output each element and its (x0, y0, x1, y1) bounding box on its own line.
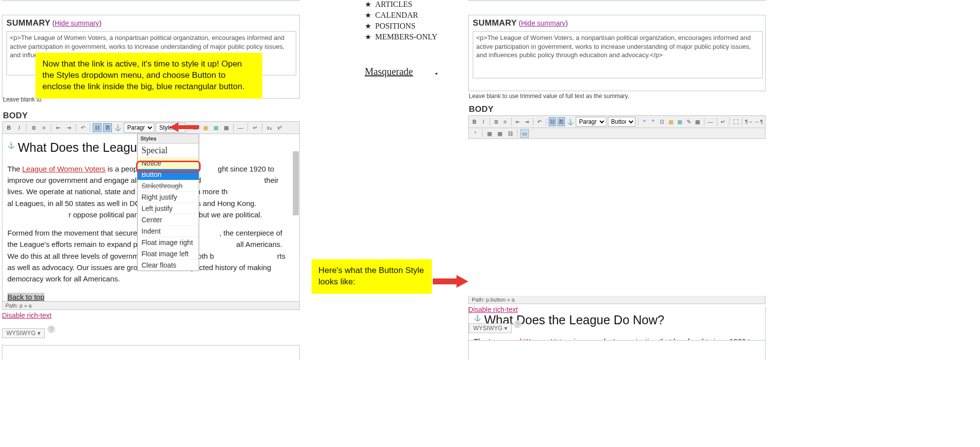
media-icon[interactable]: ▦ (211, 123, 220, 132)
summary-text-right: <p>The League of Women Voters, a nonpart… (476, 34, 751, 59)
star-icon: ★ (365, 0, 371, 9)
outdent-icon[interactable]: ⇤ (54, 123, 63, 132)
style-item-button[interactable]: Button (138, 169, 199, 180)
unlink-icon[interactable]: ⛓̸ (558, 117, 565, 126)
arrow-pointer-1 (170, 121, 199, 133)
summary-panel-right: SUMMARY (Hide summary) <p>The League of … (468, 15, 766, 91)
hide-summary-link-right[interactable]: Hide summary (521, 19, 565, 27)
undo-icon[interactable]: ↶ (78, 123, 87, 132)
callout-1: Now that the link is active, it's time t… (35, 53, 262, 99)
disable-richtext-right[interactable]: Disable rich-text (468, 306, 518, 313)
content-link[interactable]: League of Women Voters (22, 165, 105, 173)
summary-textarea-right[interactable]: <p>The League of Women Voters, a nonpart… (473, 31, 763, 78)
indent-icon[interactable]: ⇥ (64, 123, 73, 132)
grid-icon[interactable]: ▦ (485, 129, 494, 138)
indent-icon[interactable]: ⇥ (523, 117, 530, 126)
sub-icon[interactable]: x₂ (265, 123, 274, 132)
summary-heading-right: SUMMARY (473, 18, 517, 28)
ldquo-icon[interactable]: ❝ (640, 117, 648, 126)
wysiwyg-select-left[interactable]: WYSIWYG ▾ (2, 328, 45, 338)
path-bar-right: Path: p.button » a (468, 296, 766, 304)
editor-toolbar-left: B I ≣ ≡ ⇤ ⇥ ↶ ⛓ ⛓̸ ⚓ Paragraph Styles Ω … (2, 121, 300, 134)
anchor-icon[interactable]: ⚓ (113, 123, 122, 132)
table-icon[interactable]: ▦ (694, 117, 701, 126)
number-list-icon[interactable]: ≡ (501, 117, 509, 126)
filter-icon[interactable]: ᵀ (471, 129, 480, 138)
scrollbar-thumb[interactable] (293, 151, 299, 215)
anchor-marker-icon: ⚓ (7, 141, 15, 150)
format-select[interactable]: Paragraph (124, 123, 154, 133)
help-icon[interactable]: ? (514, 320, 522, 328)
tag-icon[interactable]: ▭ (520, 129, 529, 138)
anchor-marker-icon: ⚓ (474, 313, 481, 323)
style-item-notice[interactable]: Notice (138, 157, 199, 169)
style-item-strikethrough[interactable]: Strikethrough (138, 180, 199, 191)
style-item-float-left[interactable]: Float image left (138, 248, 199, 259)
italic-icon[interactable]: I (480, 117, 487, 126)
style-item-special[interactable]: Special (138, 143, 199, 157)
disable-richtext-left[interactable]: Disable rich-text (2, 311, 51, 319)
italic-icon[interactable]: I (15, 123, 24, 132)
nav-members[interactable]: ★MEMBERS-ONLY (365, 33, 437, 41)
star-icon: ★ (365, 11, 371, 20)
bold-icon[interactable]: B (4, 123, 13, 132)
callout-2: Here's what the Button Style looks like: (312, 259, 432, 294)
editor-toolbar-right: B I ≣ ≡ ⇤ ⇥ ↶ ⛓ ⛓̸ ⚓ Paragraph Button ❝ … (468, 115, 766, 128)
masquerade-link[interactable]: Masquerade (365, 66, 413, 77)
top-panel-right (468, 0, 766, 1)
omega-icon[interactable]: Ω (658, 117, 665, 126)
style-item-center[interactable]: Center (138, 214, 199, 225)
styles-dropdown: Styles Special Notice Button Strikethrou… (137, 134, 199, 271)
nav-articles[interactable]: ★ARTICLES (365, 0, 437, 9)
sup-icon[interactable]: x² (275, 123, 284, 132)
bullet-list-icon[interactable]: ≣ (29, 123, 38, 132)
path-bar-left: Path: p » a (2, 302, 300, 310)
ltr-icon[interactable]: ¶→ (745, 117, 753, 126)
bottom-panel-left (2, 345, 300, 360)
media-icon[interactable]: ▦ (676, 117, 684, 126)
outdent-icon[interactable]: ⇤ (514, 117, 522, 126)
link2-icon[interactable]: ⛓ (506, 129, 515, 138)
rdquo-icon[interactable]: ❞ (649, 117, 657, 126)
link-icon[interactable]: ⛓ (549, 117, 556, 126)
break-icon[interactable]: ↵ (719, 117, 727, 126)
grid2-icon[interactable]: ▦ (495, 129, 504, 138)
wysiwyg-select-right[interactable]: WYSIWYG ▾ (469, 323, 512, 333)
image-icon[interactable]: ▦ (667, 117, 674, 126)
style-item-left-justify[interactable]: Left justify (138, 203, 199, 214)
anchor-icon[interactable]: ⚓ (566, 117, 574, 126)
image-icon[interactable]: ▦ (201, 123, 210, 132)
bold-icon[interactable]: B (471, 117, 478, 126)
arrow-pointer-2 (433, 274, 468, 289)
style-item-indent[interactable]: Indent (138, 225, 199, 237)
undo-icon[interactable]: ↶ (536, 117, 543, 126)
fullscreen-icon[interactable]: ⛶ (732, 117, 739, 126)
hide-summary-link[interactable]: Hide summary (55, 19, 99, 27)
dropdown-header: Styles (138, 134, 199, 143)
unlink-icon[interactable]: ⛓̸ (103, 123, 112, 132)
star-icon: ★ (365, 22, 371, 31)
link-icon[interactable]: ⛓ (93, 123, 102, 132)
editor-toolbar-right-row2: ᵀ ▦ ▦ ⛓ ▭ (468, 128, 766, 139)
style-item-float-right[interactable]: Float image right (138, 237, 199, 248)
back-to-top-link[interactable]: Back to top (7, 293, 44, 301)
nav-positions[interactable]: ★POSITIONS (365, 22, 437, 31)
style-item-clear-floats[interactable]: Clear floats (138, 259, 199, 271)
table-icon[interactable]: ▦ (222, 123, 231, 132)
help-icon[interactable]: ? (47, 325, 55, 333)
top-panel-left (2, 0, 300, 1)
chevron-left-icon: ◂ (435, 70, 437, 76)
style-item-right-justify[interactable]: Right justify (138, 191, 199, 203)
body-heading-right: BODY (469, 104, 493, 114)
number-list-icon[interactable]: ≡ (39, 123, 48, 132)
hr-icon[interactable]: — (707, 117, 714, 126)
hr-icon[interactable]: — (236, 123, 245, 132)
svg-marker-1 (433, 275, 468, 288)
styles-select-right[interactable]: Button (608, 117, 635, 127)
break-icon[interactable]: ↵ (250, 123, 259, 132)
rtl-icon[interactable]: ←¶ (755, 117, 763, 126)
nav-calendar[interactable]: ★CALENDAR (365, 11, 437, 20)
format-select-right[interactable]: Paragraph (576, 117, 606, 127)
edit-icon[interactable]: ✎ (685, 117, 693, 126)
bullet-list-icon[interactable]: ≣ (492, 117, 500, 126)
